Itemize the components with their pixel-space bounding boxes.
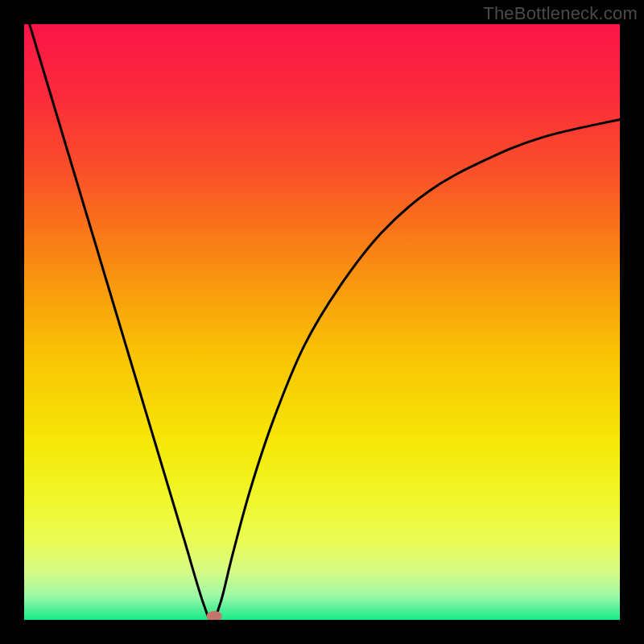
watermark-text: TheBottleneck.com <box>483 3 638 24</box>
chart-frame: { "watermark": "TheBottleneck.com", "col… <box>0 0 644 644</box>
gradient-backdrop <box>24 24 620 620</box>
chart-svg <box>24 24 620 620</box>
plot-area <box>24 24 620 620</box>
